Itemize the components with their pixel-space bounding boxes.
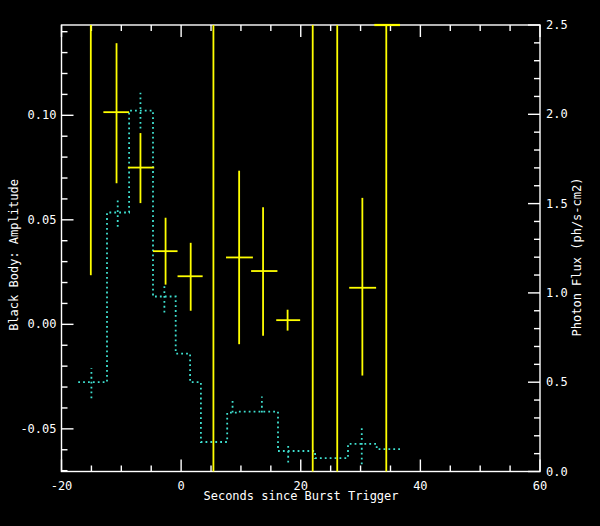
svg-text:0.0: 0.0 <box>546 465 568 479</box>
right-axis-title: Photon Flux (ph/s-cm2) <box>570 178 584 337</box>
plot-canvas: -2002040600.100.050.00-0.052.52.01.51.00… <box>0 0 600 526</box>
svg-text:2.5: 2.5 <box>546 18 568 32</box>
x-axis-title: Seconds since Burst Trigger <box>203 489 398 503</box>
svg-text:2.0: 2.0 <box>546 107 568 121</box>
svg-text:0.10: 0.10 <box>28 108 57 122</box>
axes-frame: -2002040600.100.050.00-0.052.52.01.51.00… <box>20 18 567 493</box>
svg-text:0.00: 0.00 <box>28 317 57 331</box>
left-axis-title: Black Body: Amplitude <box>7 179 21 331</box>
svg-text:0.5: 0.5 <box>546 375 568 389</box>
blackbody-amplitude-series <box>91 25 400 472</box>
svg-text:-0.05: -0.05 <box>20 422 56 436</box>
svg-text:40: 40 <box>413 479 427 493</box>
svg-text:1.0: 1.0 <box>546 286 568 300</box>
svg-text:1.5: 1.5 <box>546 197 568 211</box>
svg-text:0: 0 <box>178 479 185 493</box>
svg-text:60: 60 <box>533 479 547 493</box>
svg-text:-20: -20 <box>51 479 73 493</box>
plot-figure: -2002040600.100.050.00-0.052.52.01.51.00… <box>0 0 600 526</box>
svg-text:0.05: 0.05 <box>28 213 57 227</box>
